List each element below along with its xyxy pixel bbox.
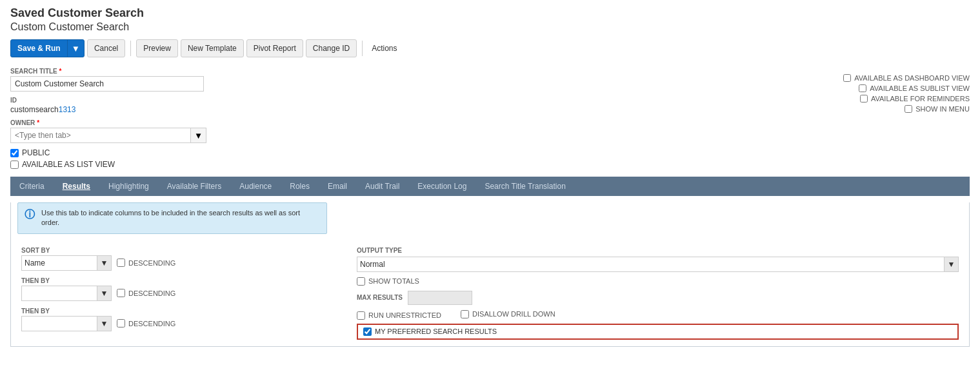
output-type-arrow: ▼ [944,257,958,271]
change-id-button[interactable]: Change ID [306,39,357,57]
then-by-1-descending-label: DESCENDING [128,289,175,297]
available-sublist-label: AVAILABLE AS SUBLIST VIEW [870,84,970,92]
toolbar-divider-2 [362,41,363,56]
sort-by-descending-checkbox[interactable] [117,259,125,267]
results-info-box: ⓘ Use this tab to indicate columns to be… [17,202,327,234]
show-menu-checkbox[interactable] [905,105,912,113]
available-reminders-label: AVAILABLE FOR REMINDERS [871,95,970,103]
available-dashboard-label: AVAILABLE AS DASHBOARD VIEW [854,74,970,82]
show-menu-label: SHOW IN MENU [915,105,970,113]
tab-audit-trail[interactable]: Audit Trail [356,177,408,196]
tab-search-title-translation[interactable]: Search Title Translation [475,177,574,196]
id-prefix: customsearch [10,105,59,114]
tab-audience[interactable]: Audience [230,177,281,196]
max-results-label: MAX RESULTS [357,294,403,301]
then-by-2-descending-checkbox[interactable] [117,319,125,327]
tab-execution-log[interactable]: Execution Log [408,177,475,196]
disallow-drill-down-checkbox[interactable] [461,310,469,318]
id-number-link[interactable]: 1313 [59,105,76,114]
public-checkbox[interactable] [10,149,19,157]
available-list-view-checkbox[interactable] [10,161,19,169]
run-unrestricted-checkbox[interactable] [357,311,365,320]
tab-results[interactable]: Results [54,177,99,196]
tab-available-filters[interactable]: Available Filters [158,177,230,196]
required-star: * [59,68,62,75]
then-by-1-descending-checkbox[interactable] [117,289,125,297]
id-label: ID [10,97,789,104]
public-label: PUBLIC [22,148,50,157]
actions-button[interactable]: Actions [368,41,401,55]
then-by-1-label: THEN BY [21,277,318,284]
preview-button[interactable]: Preview [136,39,178,57]
then-by-2-arrow: ▼ [97,317,111,331]
sort-by-label: SORT BY [21,247,318,254]
available-dashboard-checkbox[interactable] [843,74,851,82]
results-info-text: Use this tab to indicate columns to be i… [41,208,320,228]
max-results-input[interactable] [408,291,472,305]
pivot-report-button[interactable]: Pivot Report [246,39,303,57]
tab-criteria[interactable]: Criteria [10,177,54,196]
sort-by-descending-label: DESCENDING [128,259,175,267]
toolbar-divider-1 [130,41,131,56]
show-totals-checkbox[interactable] [357,277,365,286]
tab-email[interactable]: Email [319,177,356,196]
sort-by-select[interactable]: Name ID Date Amount [22,256,97,270]
then-by-2-select-container: Name ID Date ▼ [21,316,112,331]
search-title-label: SEARCH TITLE * [10,68,789,75]
owner-input[interactable] [10,128,191,143]
then-by-2-descending-label: DESCENDING [128,320,175,327]
run-unrestricted-label: RUN UNRESTRICTED [368,311,441,319]
sort-by-select-container: Name ID Date Amount ▼ [21,255,112,271]
then-by-1-select-container: Name ID Date ▼ [21,286,112,301]
sort-by-arrow: ▼ [97,256,111,270]
preferred-results-checkbox[interactable] [363,327,372,336]
output-type-label: OUTPUT TYPE [357,247,959,254]
tabs-bar: Criteria Results Highlighting Available … [10,177,970,196]
save-run-dropdown[interactable]: ▼ [67,40,84,57]
owner-label: OWNER * [10,119,789,126]
cancel-button[interactable]: Cancel [87,39,125,57]
tab-highlighting[interactable]: Highlighting [99,177,158,196]
required-star2: * [37,119,39,126]
info-icon: ⓘ [25,208,36,222]
output-type-select-container: Normal Summary Detail ▼ [357,257,959,272]
then-by-2-label: THEN BY [21,308,318,315]
new-template-button[interactable]: New Template [181,39,244,57]
preferred-results-row: MY PREFERRED SEARCH RESULTS [357,324,959,340]
available-sublist-checkbox[interactable] [859,84,866,92]
save-run-main[interactable]: Save & Run [11,40,67,57]
page-title: Saved Customer Search [10,6,970,20]
page-subtitle: Custom Customer Search [10,21,970,33]
save-run-button[interactable]: Save & Run ▼ [10,39,85,57]
preferred-results-label: MY PREFERRED SEARCH RESULTS [375,327,497,335]
show-totals-label: SHOW TOTALS [368,277,419,285]
search-title-input[interactable] [10,76,204,92]
available-list-view-label: AVAILABLE AS LIST VIEW [22,160,115,169]
output-type-select[interactable]: Normal Summary Detail [357,257,944,271]
then-by-1-arrow: ▼ [97,286,111,300]
then-by-1-select[interactable]: Name ID Date [22,286,97,300]
owner-dropdown-button[interactable]: ▼ [191,128,206,143]
available-reminders-checkbox[interactable] [860,95,868,103]
disallow-drill-down-label: DISALLOW DRILL DOWN [472,310,555,318]
tab-roles[interactable]: Roles [281,177,319,196]
then-by-2-select[interactable]: Name ID Date [22,317,97,331]
